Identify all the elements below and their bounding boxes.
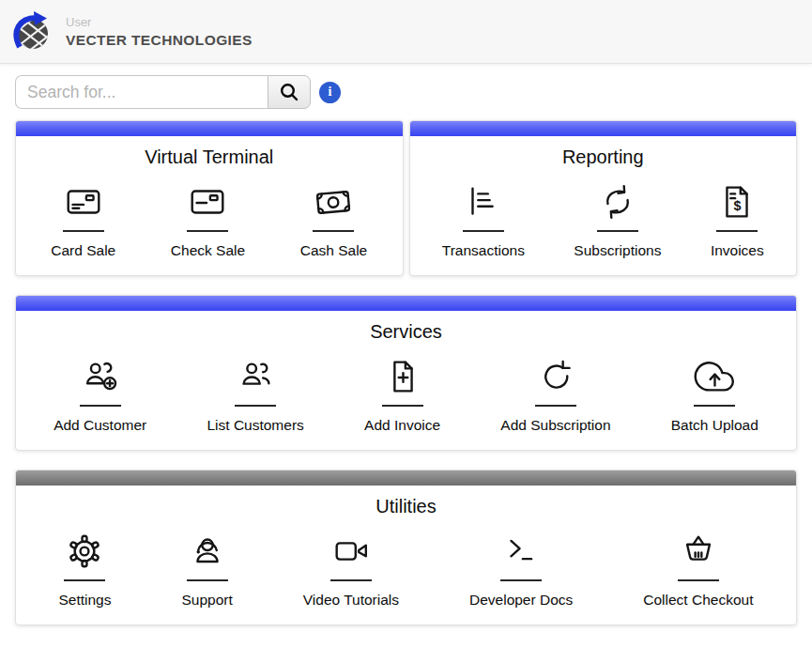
virtual-terminal-card: Virtual Terminal Card Sale (15, 120, 404, 276)
info-icon[interactable]: i (319, 82, 341, 103)
support-item[interactable]: Support (181, 530, 232, 609)
document-add-icon (381, 355, 424, 398)
batch-upload-item[interactable]: Batch Upload (671, 355, 758, 434)
subscriptions-item[interactable]: Subscriptions (574, 180, 661, 259)
reporting-card: Reporting Transactions (409, 120, 798, 276)
brand-text-block: User VECTER TECHNOLOGIES (66, 15, 253, 49)
item-label: Subscriptions (574, 242, 661, 259)
rotate-arrow-icon (534, 355, 577, 398)
item-label: Settings (58, 592, 111, 609)
item-underline (63, 230, 104, 232)
item-label: Add Subscription (500, 417, 610, 434)
gear-icon (63, 530, 106, 573)
item-underline (80, 405, 121, 407)
refresh-cycle-icon (596, 180, 639, 224)
video-tutorials-item[interactable]: Video Tutorials (303, 530, 399, 609)
user-label: User (66, 15, 253, 29)
search-button[interactable] (268, 75, 311, 109)
item-label: Transactions (442, 242, 525, 259)
card-title-services: Services (16, 321, 796, 343)
terminal-prompt-icon (499, 530, 543, 573)
item-label: Add Customer (54, 417, 146, 434)
user-add-icon (79, 355, 122, 398)
item-underline (463, 230, 504, 232)
developer-docs-item[interactable]: Developer Docs (469, 530, 573, 609)
main-content: Virtual Terminal Card Sale (0, 109, 812, 625)
company-name: VECTER TECHNOLOGIES (66, 32, 253, 49)
item-underline (235, 405, 276, 407)
credit-card-icon (62, 180, 105, 224)
item-label: Card Sale (51, 242, 115, 259)
item-underline (64, 579, 105, 581)
item-label: Video Tutorials (303, 592, 399, 609)
item-underline (382, 405, 423, 407)
item-underline (694, 405, 735, 407)
item-underline (535, 405, 576, 407)
card-title-utilities: Utilities (16, 496, 796, 517)
item-underline (500, 579, 542, 581)
item-label: Cash Sale (300, 242, 368, 259)
card-title-virtual-terminal: Virtual Terminal (16, 146, 403, 168)
item-underline (330, 579, 372, 581)
card-accent-bar (16, 121, 403, 136)
invoices-item[interactable]: $ Invoices (711, 180, 764, 259)
item-label: Invoices (711, 242, 764, 259)
item-underline (716, 230, 758, 232)
card-sale-item[interactable]: Card Sale (51, 180, 115, 259)
card-accent-bar (16, 296, 796, 311)
svg-text:$: $ (734, 198, 742, 213)
transactions-item[interactable]: Transactions (442, 180, 525, 259)
item-label: Support (181, 592, 232, 609)
add-customer-item[interactable]: Add Customer (54, 355, 146, 434)
collect-checkout-item[interactable]: Collect Checkout (643, 530, 753, 609)
item-label: Batch Upload (671, 417, 758, 434)
services-card: Services Add Customer (15, 295, 797, 451)
item-underline (597, 230, 638, 232)
headset-icon (186, 530, 229, 573)
chart-lines-icon (462, 180, 505, 224)
globe-arrow-logo-icon (11, 8, 54, 55)
card-accent-bar (410, 121, 797, 136)
item-underline (187, 230, 228, 232)
item-label: Add Invoice (364, 417, 440, 434)
item-label: List Customers (207, 417, 303, 434)
magnifier-icon (279, 82, 299, 102)
video-camera-icon (329, 530, 373, 573)
card-accent-bar (16, 470, 796, 486)
shopping-basket-icon (677, 530, 720, 573)
item-label: Check Sale (171, 242, 245, 259)
banknote-icon (312, 180, 355, 224)
cloud-upload-icon (693, 355, 736, 398)
invoice-dollar-icon: $ (715, 180, 758, 224)
check-card-icon (186, 180, 229, 224)
card-title-reporting: Reporting (410, 146, 797, 168)
item-underline (678, 579, 719, 581)
search-row: i (0, 64, 812, 109)
users-icon (234, 355, 277, 398)
search-input[interactable] (15, 75, 268, 109)
item-label: Developer Docs (469, 592, 573, 609)
item-underline (313, 230, 354, 232)
settings-item[interactable]: Settings (58, 530, 111, 609)
add-subscription-item[interactable]: Add Subscription (500, 355, 610, 434)
item-underline (187, 579, 228, 581)
top-brand-bar: User VECTER TECHNOLOGIES (0, 0, 812, 64)
cash-sale-item[interactable]: Cash Sale (300, 180, 368, 259)
list-customers-item[interactable]: List Customers (207, 355, 303, 434)
item-label: Collect Checkout (643, 592, 753, 609)
add-invoice-item[interactable]: Add Invoice (364, 355, 440, 434)
utilities-card: Utilities (15, 470, 797, 625)
check-sale-item[interactable]: Check Sale (171, 180, 245, 259)
